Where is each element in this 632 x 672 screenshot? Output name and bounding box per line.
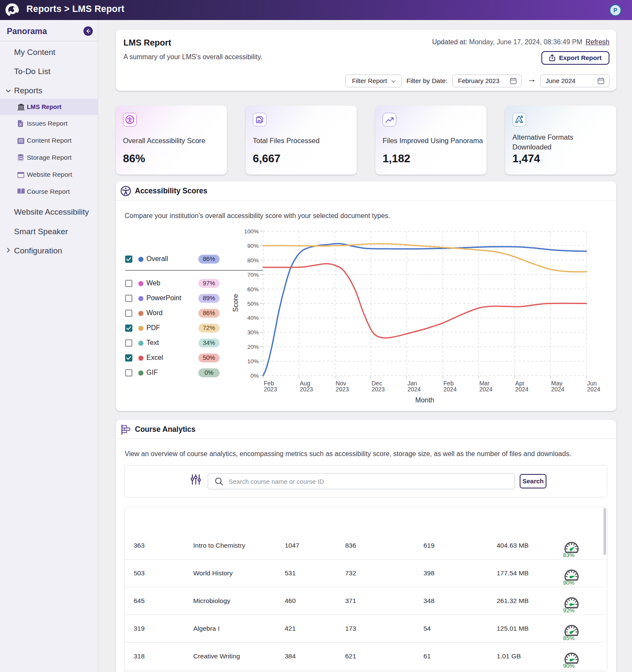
svg-text:50%: 50%	[247, 301, 259, 307]
svg-text:30%: 30%	[247, 329, 259, 336]
svg-text:60%: 60%	[247, 286, 259, 293]
svg-text:2023: 2023	[336, 386, 349, 393]
svg-text:100%: 100%	[244, 228, 259, 235]
svg-text:90%: 90%	[247, 243, 259, 249]
svg-text:Score: Score	[232, 294, 239, 312]
svg-text:2023: 2023	[372, 386, 385, 393]
svg-text:Month: Month	[415, 396, 434, 404]
svg-text:2023: 2023	[300, 386, 313, 393]
svg-text:2024: 2024	[407, 386, 420, 393]
svg-text:2024: 2024	[515, 386, 529, 393]
svg-text:80%: 80%	[247, 257, 259, 264]
svg-text:40%: 40%	[247, 315, 259, 321]
svg-text:10%: 10%	[247, 358, 259, 365]
svg-text:2023: 2023	[264, 386, 277, 393]
svg-text:0%: 0%	[250, 373, 259, 379]
svg-text:2024: 2024	[479, 386, 492, 393]
svg-text:20%: 20%	[247, 344, 259, 350]
svg-text:2024: 2024	[587, 386, 600, 393]
svg-text:2024: 2024	[551, 386, 564, 393]
svg-text:2024: 2024	[443, 386, 457, 393]
svg-text:70%: 70%	[247, 272, 259, 278]
